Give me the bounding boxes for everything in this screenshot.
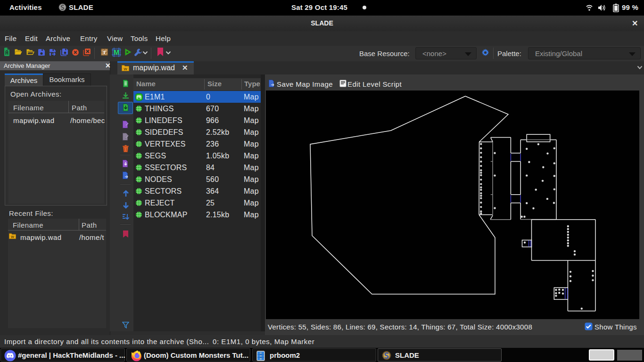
svg-text:W: W <box>11 235 15 239</box>
svg-text:T: T <box>103 49 107 55</box>
svg-text:M: M <box>114 49 119 56</box>
svg-text:W: W <box>124 67 127 71</box>
